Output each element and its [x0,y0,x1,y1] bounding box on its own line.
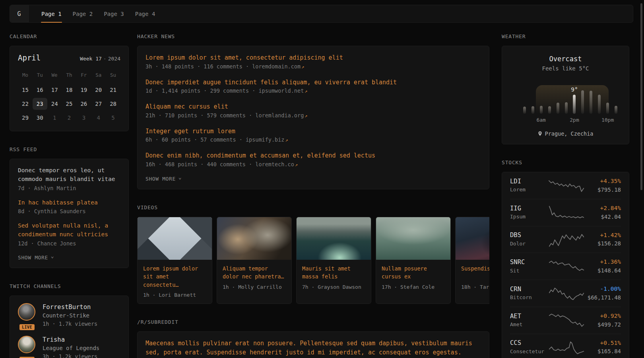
twitch-widget-label: TWITCH CHANNELS [10,283,129,289]
video-thumbnail[interactable] [376,217,450,260]
weekday-label: Mo [18,70,33,80]
calendar-widget: CALENDAR April Week 17·2024 Mo Tu We Th … [10,33,129,131]
calendar-day: 17 [47,84,62,96]
show-more-label: SHOW MORE [18,255,48,261]
stock-row[interactable]: CCSConsectetur +0.51%$165.84 [510,334,621,358]
weather-bar [598,95,601,114]
video-title[interactable]: Mauris sit amet massa felis [302,265,365,281]
hn-item-meta: 3h · 148 points · 116 comments · loremdo… [145,63,481,70]
video-title[interactable]: Lorem ipsum dolor sit amet consectetu… [143,265,206,290]
stock-row[interactable]: LDILorem +4.35%$795.18 [510,172,621,199]
weather-bar-chart [520,86,620,114]
hn-item: Lorem ipsum dolor sit amet, consectetur … [145,53,481,70]
external-link-icon[interactable]: ↗ [294,162,298,167]
weekday-label: Fr [76,70,91,80]
left-column: CALENDAR April Week 17·2024 Mo Tu We Th … [10,33,129,358]
stock-name: Consectetur [510,348,548,356]
video-card[interactable]: Aliquam tempor dolor nec pharetra… 1h · … [217,217,292,304]
stock-row[interactable]: IIGIpsum +2.84%$42.04 [510,199,621,226]
video-card[interactable]: Nullam posuere cursus ex 17h · Stefan Co… [376,217,451,304]
weather-widget-label: WEATHER [502,33,629,39]
stock-symbol[interactable]: SNRC [510,258,548,267]
external-link-icon[interactable]: ↗ [304,113,307,119]
weather-bar [590,91,592,114]
calendar-day: 27 [91,98,106,110]
channel-name[interactable]: ForrestBurton [43,303,97,311]
weekday-label: Sa [91,70,106,80]
twitch-card: LIVE ForrestBurton Counter-Strike 1h · 1… [10,296,129,358]
tab-page-1[interactable]: Page 1 [36,5,67,22]
weather-location-text: Prague, Czechia [545,130,594,137]
video-title[interactable]: Suspendisse diam [461,265,489,281]
rss-show-more-button[interactable]: SHOW MORE ⌄ [18,255,120,261]
video-card[interactable]: Suspendisse diam 18h · Tara [455,217,489,304]
stock-change: -1.00% [585,285,621,294]
stock-sparkline [548,339,585,355]
hn-item-title[interactable]: Donec imperdiet augue tincidunt felis al… [145,78,481,87]
videos-widget: VIDEOS Lorem ipsum dolor sit amet consec… [137,204,489,304]
stock-row[interactable]: AETAmet +0.92%$499.72 [510,307,621,334]
video-card[interactable]: Lorem ipsum dolor sit amet consectetu… 1… [137,217,212,304]
rss-item-title[interactable]: Donec tempor eros leo, ut commodo mauris… [18,166,120,184]
tab-page-3[interactable]: Page 3 [98,5,130,22]
video-thumbnail[interactable] [217,217,291,260]
hn-item-title[interactable]: Lorem ipsum dolor sit amet, consectetur … [145,53,481,62]
rss-item: In hac habitasse platea 8d · Cynthia Sau… [18,198,120,215]
hn-item: Aliquam nec cursus elit 21h · 710 points… [145,102,481,119]
stock-symbol[interactable]: AET [510,312,548,321]
stock-price: $795.18 [585,186,621,194]
video-title[interactable]: Aliquam tempor dolor nec pharetra… [223,265,286,281]
reddit-post-title[interactable]: Maecenas mollis pulvinar erat non posuer… [145,339,481,357]
calendar-day: 19 [76,84,91,96]
external-link-icon[interactable]: ↗ [304,88,307,94]
channel-game: Counter-Strike [43,311,97,320]
stock-price: $66,171.48 [585,294,621,302]
stock-price: $165.84 [585,347,621,356]
rss-item-title[interactable]: Sed volutpat nulla nisl, a condimentum n… [18,222,120,239]
stock-price: $42.04 [585,213,621,221]
stock-row[interactable]: CRNBitcorn -1.00%$66,171.48 [510,280,621,307]
channel-name[interactable]: Trisha [43,336,99,344]
twitch-widget: TWITCH CHANNELS LIVE ForrestBurton Count… [10,283,129,358]
weather-bar [565,102,568,114]
video-thumbnail[interactable] [297,217,371,260]
stock-symbol[interactable]: CCS [510,339,548,348]
external-link-icon[interactable]: ↗ [285,137,288,143]
stock-row[interactable]: SNRCSit +1.36%$148.64 [510,253,621,280]
video-meta: 17h · Stefan Cole [382,284,445,290]
hacker-news-widget-label: HACKER NEWS [137,33,489,39]
hn-item-title[interactable]: Donec enim nibh, condimentum et accumsan… [145,151,481,160]
twitch-channel[interactable]: LIVE ForrestBurton Counter-Strike 1h · 1… [18,303,120,328]
tab-page-4[interactable]: Page 4 [130,5,161,22]
scrollbar[interactable] [640,3,642,190]
tab-page-2[interactable]: Page 2 [67,5,99,22]
video-thumbnail[interactable] [456,217,489,260]
hn-item-title[interactable]: Integer eget rutrum lorem [145,127,481,136]
video-card[interactable]: Mauris sit amet massa felis 7h · Grayson… [296,217,371,304]
weather-bar [606,103,609,114]
stock-symbol[interactable]: DBS [510,231,548,240]
weekday-label: We [47,70,62,80]
subreddit-card: Maecenas mollis pulvinar erat non posuer… [137,331,489,358]
external-link-icon[interactable]: ↗ [301,64,304,70]
stocks-card: LDILorem +4.35%$795.18 IIGIpsum +2.84%$4… [502,172,629,358]
video-thumbnail[interactable] [138,217,212,260]
video-title[interactable]: Nullam posuere cursus ex [382,265,445,281]
weather-chart: 9° [520,86,620,114]
hn-item-title[interactable]: Aliquam nec cursus elit [145,102,481,111]
twitch-channel[interactable]: LIVE Trisha League of Legends 3h · 1.2k … [18,336,120,358]
calendar-day: 24 [47,98,62,110]
hn-show-more-button[interactable]: SHOW MORE ⌄ [145,176,481,182]
stock-symbol[interactable]: CRN [510,285,548,294]
stock-symbol[interactable]: IIG [510,204,548,213]
stocks-widget: STOCKS LDILorem +4.35%$795.18 IIGIpsum +… [502,160,629,358]
rss-item-title[interactable]: In hac habitasse platea [18,198,120,207]
videos-widget-label: VIDEOS [137,204,489,210]
calendar-widget-label: CALENDAR [10,33,129,39]
avatar: LIVE [18,336,36,358]
stock-symbol[interactable]: LDI [510,177,548,186]
hn-item-meta: 6h · 60 points · 57 comments · ipsumify.… [145,136,481,143]
weekday-label: Su [106,70,120,80]
stock-row[interactable]: DBSDolor +1.42%$156.28 [510,226,621,253]
rss-item-meta: 8d · Cynthia Saunders [18,208,120,214]
